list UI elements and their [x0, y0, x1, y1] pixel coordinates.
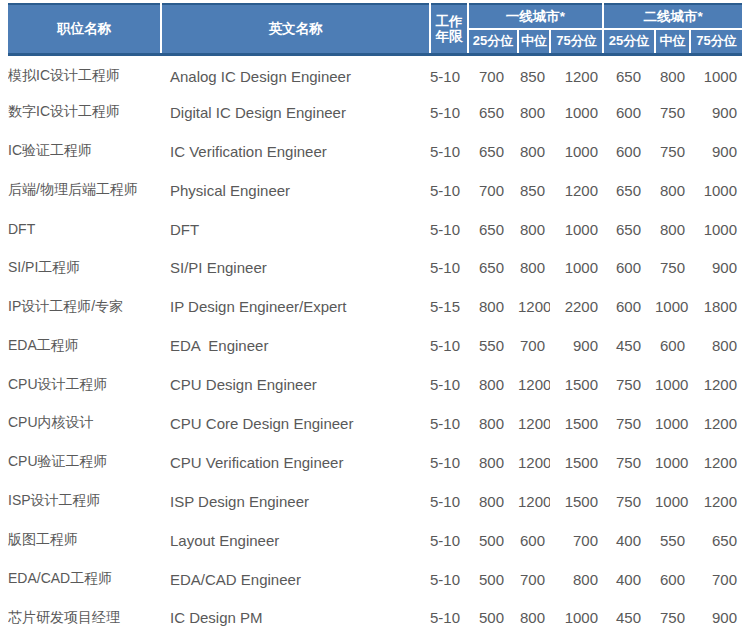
tier2-p25-cell: 750	[603, 365, 655, 404]
tier1-p25-cell: 500	[468, 560, 518, 599]
tier2-median-cell: 1000	[655, 482, 690, 521]
table-row: CPU验证工程师 CPU Verification Engineer 5-10 …	[8, 443, 742, 482]
tier1-p75-cell: 1000	[550, 132, 603, 171]
tier2-p25-cell: 450	[603, 598, 655, 637]
tier2-median-cell: 750	[655, 248, 690, 287]
tier2-p75-cell: 900	[690, 598, 742, 637]
work-years-cell: 5-15	[430, 287, 468, 326]
tier2-median-cell: 800	[655, 171, 690, 210]
tier1-p75-cell: 800	[550, 560, 603, 599]
tier2-p25-cell: 600	[603, 93, 655, 132]
work-years-cell: 5-10	[430, 248, 468, 287]
tier1-p25-cell: 700	[468, 54, 518, 93]
table-header: 职位名称 英文名称 工作 年限 一线城市* 二线城市* 25分位 中位 75分位…	[8, 4, 742, 54]
tier2-median-cell: 750	[655, 132, 690, 171]
table-row: DFT DFT 5-10 650 800 1000 650 800 1000	[8, 210, 742, 249]
table-row: 芯片研发项目经理 IC Design PM 5-10 500 800 1000 …	[8, 598, 742, 637]
tier1-p75-cell: 1200	[550, 171, 603, 210]
tier2-p75-cell: 900	[690, 93, 742, 132]
tier1-median-cell: 1200	[518, 443, 550, 482]
tier1-median-cell: 1200	[518, 287, 550, 326]
tier1-median-cell: 800	[518, 132, 550, 171]
header-tier1-group: 一线城市*	[468, 4, 603, 29]
table-row: SI/PI工程师 SI/PI Engineer 5-10 650 800 100…	[8, 248, 742, 287]
table-row: CPU设计工程师 CPU Design Engineer 5-10 800 12…	[8, 365, 742, 404]
table-row: IP设计工程师/专家 IP Design Engineer/Expert 5-1…	[8, 287, 742, 326]
header-tier1-p75: 75分位	[550, 29, 603, 54]
work-years-cell: 5-10	[430, 404, 468, 443]
tier1-p75-cell: 1500	[550, 365, 603, 404]
tier1-p75-cell: 700	[550, 521, 603, 560]
position-name-cell: CPU内核设计	[8, 404, 161, 443]
tier2-p75-cell: 900	[690, 248, 742, 287]
position-name-cell: EDA/CAD工程师	[8, 560, 161, 599]
work-years-cell: 5-10	[430, 521, 468, 560]
tier2-p75-cell: 1000	[690, 54, 742, 93]
tier2-p75-cell: 1200	[690, 443, 742, 482]
position-name-cell: EDA工程师	[8, 326, 161, 365]
tier2-median-cell: 1000	[655, 287, 690, 326]
tier2-median-cell: 750	[655, 93, 690, 132]
tier2-p25-cell: 600	[603, 248, 655, 287]
position-name-cell: CPU设计工程师	[8, 365, 161, 404]
position-name-cell: SI/PI工程师	[8, 248, 161, 287]
table-row: 数字IC设计工程师 Digital IC Design Engineer 5-1…	[8, 93, 742, 132]
tier2-p75-cell: 800	[690, 326, 742, 365]
header-tier2-p25: 25分位	[603, 29, 655, 54]
tier2-p75-cell: 1000	[690, 171, 742, 210]
tier2-median-cell: 800	[655, 210, 690, 249]
position-name-cell: 版图工程师	[8, 521, 161, 560]
work-years-cell: 5-10	[430, 93, 468, 132]
header-tier2-group: 二线城市*	[603, 4, 742, 29]
position-name-cell: 模拟IC设计工程师	[8, 54, 161, 93]
tier1-median-cell: 1200	[518, 365, 550, 404]
tier2-p75-cell: 900	[690, 132, 742, 171]
position-name-cell: DFT	[8, 210, 161, 249]
tier2-median-cell: 600	[655, 326, 690, 365]
tier1-p75-cell: 1500	[550, 443, 603, 482]
table-row: EDA工程师 EDA Engineer 5-10 550 700 900 450…	[8, 326, 742, 365]
tier2-p25-cell: 650	[603, 171, 655, 210]
tier1-median-cell: 800	[518, 248, 550, 287]
english-name-cell: IC Design PM	[161, 598, 430, 637]
tier2-p75-cell: 1000	[690, 210, 742, 249]
tier2-median-cell: 600	[655, 560, 690, 599]
tier2-p25-cell: 400	[603, 560, 655, 599]
tier2-p75-cell: 700	[690, 560, 742, 599]
tier2-p75-cell: 1200	[690, 482, 742, 521]
tier1-median-cell: 800	[518, 210, 550, 249]
header-english-name: 英文名称	[161, 4, 430, 54]
tier1-p75-cell: 1500	[550, 482, 603, 521]
tier2-median-cell: 750	[655, 598, 690, 637]
position-name-cell: IP设计工程师/专家	[8, 287, 161, 326]
english-name-cell: CPU Design Engineer	[161, 365, 430, 404]
english-name-cell: Layout Engineer	[161, 521, 430, 560]
tier1-p25-cell: 700	[468, 171, 518, 210]
tier2-p25-cell: 400	[603, 521, 655, 560]
tier1-median-cell: 800	[518, 93, 550, 132]
tier2-p75-cell: 1200	[690, 404, 742, 443]
tier1-p75-cell: 1000	[550, 93, 603, 132]
position-name-cell: IC验证工程师	[8, 132, 161, 171]
english-name-cell: IP Design Engineer/Expert	[161, 287, 430, 326]
english-name-cell: IC Verification Engineer	[161, 132, 430, 171]
position-name-cell: CPU验证工程师	[8, 443, 161, 482]
english-name-cell: Analog IC Design Engineer	[161, 54, 430, 93]
english-name-cell: EDA Engineer	[161, 326, 430, 365]
tier2-median-cell: 1000	[655, 443, 690, 482]
tier2-p25-cell: 600	[603, 132, 655, 171]
work-years-cell: 5-10	[430, 210, 468, 249]
english-name-cell: EDA/CAD Engineer	[161, 560, 430, 599]
table-row: EDA/CAD工程师 EDA/CAD Engineer 5-10 500 700…	[8, 560, 742, 599]
tier1-median-cell: 600	[518, 521, 550, 560]
english-name-cell: Digital IC Design Engineer	[161, 93, 430, 132]
tier1-p25-cell: 800	[468, 365, 518, 404]
tier2-median-cell: 800	[655, 54, 690, 93]
english-name-cell: SI/PI Engineer	[161, 248, 430, 287]
tier1-p75-cell: 1500	[550, 404, 603, 443]
tier1-p25-cell: 500	[468, 521, 518, 560]
tier2-p75-cell: 1800	[690, 287, 742, 326]
english-name-cell: Physical Engineer	[161, 171, 430, 210]
position-name-cell: 数字IC设计工程师	[8, 93, 161, 132]
tier2-p25-cell: 750	[603, 482, 655, 521]
